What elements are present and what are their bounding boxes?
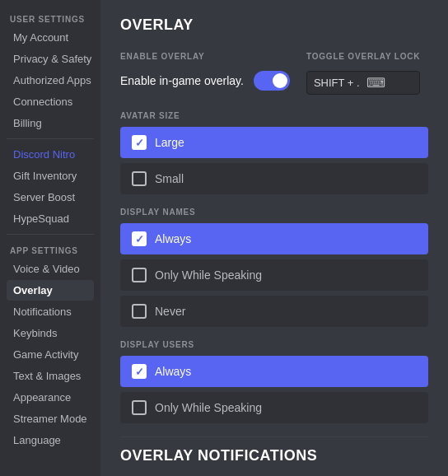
enable-overlay-text: Enable in-game overlay. [120, 74, 244, 87]
divider-2 [7, 234, 94, 235]
display-users-speaking-checkbox [132, 400, 147, 415]
display-users-always[interactable]: ✓ Always [120, 356, 428, 387]
sidebar-item-appearance[interactable]: Appearance [7, 387, 94, 408]
avatar-large-label: Large [155, 136, 184, 149]
display-names-always[interactable]: ✓ Always [120, 223, 428, 254]
display-names-speaking-label: Only While Speaking [155, 268, 262, 282]
display-users-speaking-label: Only While Speaking [155, 401, 262, 414]
display-users-always-label: Always [155, 365, 191, 378]
sidebar-item-connections[interactable]: Connections [7, 91, 94, 112]
sidebar-item-text-images[interactable]: Text & Images [7, 366, 94, 386]
sidebar-item-overlay[interactable]: Overlay [7, 280, 94, 301]
overlay-notifications-title: OVERLAY NOTIFICATIONS [120, 436, 428, 464]
checkmark-icon: ✓ [135, 138, 144, 148]
page-title: OVERLAY [120, 16, 428, 34]
checkmark-icon: ✓ [135, 366, 144, 377]
avatar-size-large[interactable]: ✓ Large [120, 127, 428, 158]
display-names-never-checkbox [132, 304, 147, 319]
sidebar-item-keybinds[interactable]: Keybinds [7, 323, 94, 343]
display-users-section: DISPLAY USERS ✓ Always Only While Speaki… [120, 340, 428, 423]
display-names-never[interactable]: Never [120, 296, 428, 327]
sidebar-item-hypesquad[interactable]: HypeSquad [7, 208, 94, 229]
shortcut-box[interactable]: SHIFT + . ⌨ [306, 71, 420, 95]
avatar-size-label: AVATAR SIZE [120, 111, 428, 120]
enable-overlay-col: ENABLE OVERLAY Enable in-game overlay. [120, 49, 290, 91]
sidebar-item-voice-video[interactable]: Voice & Video [7, 259, 94, 279]
enable-overlay-row: ENABLE OVERLAY Enable in-game overlay. T… [120, 49, 428, 95]
keyboard-icon: ⌨ [366, 75, 385, 91]
sidebar: USER SETTINGS My Account Privacy & Safet… [0, 0, 100, 476]
display-names-never-label: Never [155, 305, 185, 318]
avatar-small-label: Small [155, 172, 184, 185]
sidebar-item-my-account[interactable]: My Account [7, 27, 94, 48]
enable-overlay-label: ENABLE OVERLAY [120, 52, 290, 61]
sidebar-item-server-boost[interactable]: Server Boost [7, 187, 94, 208]
sidebar-item-streamer-mode[interactable]: Streamer Mode [7, 408, 94, 429]
main-content: OVERLAY ENABLE OVERLAY Enable in-game ov… [100, 0, 448, 476]
checkmark-icon: ✓ [135, 234, 144, 245]
sidebar-item-discord-nitro[interactable]: Discord Nitro [7, 144, 94, 165]
display-names-label: DISPLAY NAMES [120, 208, 428, 217]
app-settings-label: APP SETTINGS [7, 240, 94, 259]
shortcut-text: SHIFT + . [314, 77, 360, 89]
sidebar-item-gift-inventory[interactable]: Gift Inventory [7, 166, 94, 186]
sidebar-item-billing[interactable]: Billing [7, 113, 94, 133]
avatar-small-checkbox [132, 171, 147, 186]
sidebar-item-authorized-apps[interactable]: Authorized Apps [7, 70, 94, 91]
avatar-large-checkbox: ✓ [132, 135, 147, 150]
sidebar-item-notifications[interactable]: Notifications [7, 301, 94, 322]
display-names-section: DISPLAY NAMES ✓ Always Only While Speaki… [120, 208, 428, 327]
display-users-label: DISPLAY USERS [120, 340, 428, 349]
display-users-speaking[interactable]: Only While Speaking [120, 392, 428, 423]
toggle-lock-col: TOGGLE OVERLAY LOCK SHIFT + . ⌨ [306, 49, 420, 95]
display-names-speaking[interactable]: Only While Speaking [120, 259, 428, 291]
avatar-size-section: AVATAR SIZE ✓ Large Small [120, 111, 428, 194]
sidebar-item-privacy-safety[interactable]: Privacy & Safety [7, 49, 94, 69]
toggle-lock-label: TOGGLE OVERLAY LOCK [306, 52, 420, 61]
avatar-size-small[interactable]: Small [120, 163, 428, 194]
sidebar-item-language[interactable]: Language [7, 430, 94, 450]
enable-overlay-control: Enable in-game overlay. [120, 71, 290, 91]
enable-overlay-toggle[interactable] [254, 71, 290, 91]
display-users-always-checkbox: ✓ [132, 364, 147, 379]
display-names-speaking-checkbox [132, 268, 147, 282]
display-names-always-checkbox: ✓ [132, 231, 147, 246]
user-settings-label: USER SETTINGS [7, 8, 94, 27]
display-names-always-label: Always [155, 232, 191, 245]
divider-1 [7, 138, 94, 139]
sidebar-item-game-activity[interactable]: Game Activity [7, 344, 94, 365]
